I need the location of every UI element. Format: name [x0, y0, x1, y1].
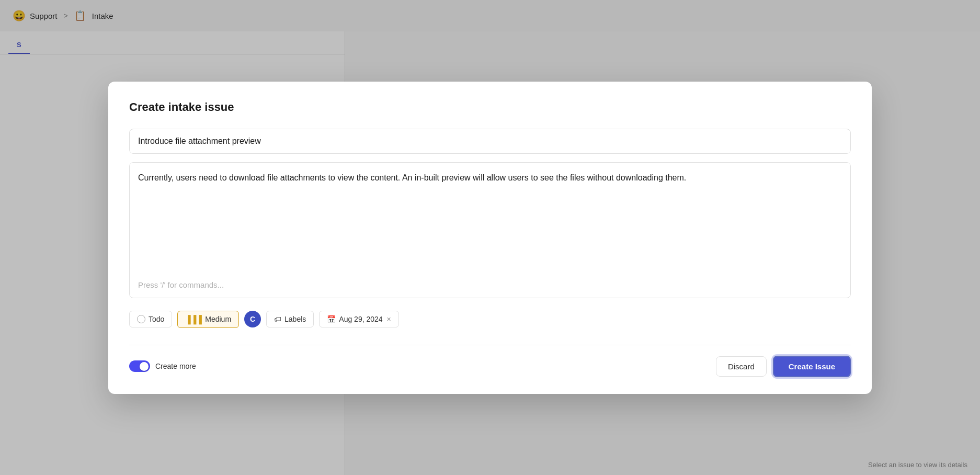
footer-row: Create more Discard Create Issue [129, 345, 851, 377]
description-wrapper[interactable]: Currently, users need to download file a… [129, 162, 851, 298]
create-more-label: Create more [155, 362, 196, 370]
priority-icon: ▐▐▐ [185, 315, 202, 324]
avatar-letter: C [250, 315, 255, 323]
status-button[interactable]: Todo [129, 311, 172, 327]
due-date-value: Aug 29, 2024 [339, 315, 382, 323]
assignee-button[interactable]: C [244, 311, 261, 327]
due-date-clear-button[interactable]: × [387, 315, 391, 323]
create-issue-button[interactable]: Create Issue [773, 356, 851, 377]
label-icon: 🏷 [274, 315, 281, 323]
title-input-wrapper[interactable] [129, 129, 851, 154]
modal-overlay: Create intake issue Currently, users nee… [0, 0, 980, 475]
todo-circle-icon [137, 315, 145, 323]
create-more-toggle[interactable] [129, 360, 150, 372]
labels-button[interactable]: 🏷 Labels [266, 311, 314, 327]
description-placeholder: Press '/' for commands... [138, 259, 842, 289]
calendar-icon: 📅 [327, 315, 336, 323]
toolbar-row: Todo ▐▐▐ Medium C 🏷 Labels 📅 Aug 29, 202… [129, 311, 851, 328]
title-input[interactable] [138, 137, 842, 146]
toggle-knob [140, 362, 149, 371]
create-issue-modal: Create intake issue Currently, users nee… [108, 82, 872, 394]
modal-title: Create intake issue [129, 100, 851, 114]
labels-label: Labels [284, 315, 306, 323]
priority-label: Medium [205, 315, 231, 323]
discard-button[interactable]: Discard [716, 356, 767, 377]
create-more-section: Create more [129, 360, 196, 372]
priority-button[interactable]: ▐▐▐ Medium [177, 311, 239, 328]
description-text: Currently, users need to download file a… [138, 171, 842, 185]
action-buttons: Discard Create Issue [716, 356, 851, 377]
due-date-button[interactable]: 📅 Aug 29, 2024 × [319, 311, 398, 327]
status-label: Todo [149, 315, 164, 323]
